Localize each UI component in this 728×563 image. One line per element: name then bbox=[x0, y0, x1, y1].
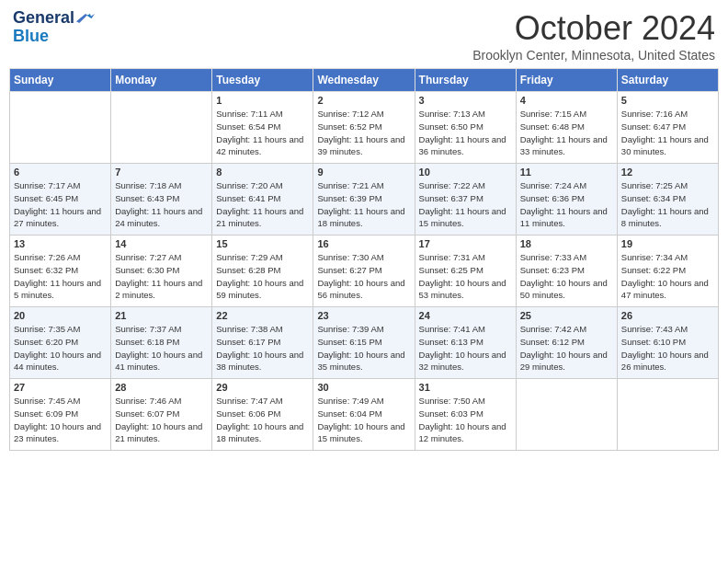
day-number: 13 bbox=[14, 238, 107, 249]
header-day: Friday bbox=[516, 69, 617, 92]
day-number: 14 bbox=[115, 238, 208, 249]
calendar-cell: 25Sunrise: 7:42 AMSunset: 6:12 PMDayligh… bbox=[516, 307, 617, 379]
day-number: 18 bbox=[520, 238, 613, 249]
day-info: Sunrise: 7:46 AMSunset: 6:07 PMDaylight:… bbox=[115, 395, 208, 445]
day-info: Sunrise: 7:37 AMSunset: 6:18 PMDaylight:… bbox=[115, 323, 208, 373]
title-block: October 2024 Brooklyn Center, Minnesota,… bbox=[472, 9, 715, 63]
calendar-week-row: 1Sunrise: 7:11 AMSunset: 6:54 PMDaylight… bbox=[10, 92, 719, 164]
day-number: 27 bbox=[14, 382, 107, 393]
day-info: Sunrise: 7:16 AMSunset: 6:47 PMDaylight:… bbox=[621, 108, 714, 158]
day-number: 21 bbox=[115, 310, 208, 321]
calendar-table: SundayMondayTuesdayWednesdayThursdayFrid… bbox=[9, 68, 719, 451]
header-day: Wednesday bbox=[313, 69, 415, 92]
calendar-cell: 15Sunrise: 7:29 AMSunset: 6:28 PMDayligh… bbox=[212, 236, 313, 307]
day-info: Sunrise: 7:38 AMSunset: 6:17 PMDaylight:… bbox=[216, 323, 309, 373]
day-info: Sunrise: 7:34 AMSunset: 6:22 PMDaylight:… bbox=[621, 251, 714, 302]
day-number: 20 bbox=[14, 310, 107, 321]
calendar-cell: 13Sunrise: 7:26 AMSunset: 6:32 PMDayligh… bbox=[10, 236, 111, 307]
day-number: 10 bbox=[419, 167, 512, 178]
calendar-cell: 31Sunrise: 7:50 AMSunset: 6:03 PMDayligh… bbox=[415, 379, 516, 451]
calendar-cell: 11Sunrise: 7:24 AMSunset: 6:36 PMDayligh… bbox=[516, 164, 617, 236]
day-number: 26 bbox=[621, 310, 714, 321]
day-number: 1 bbox=[216, 95, 309, 106]
calendar-cell: 26Sunrise: 7:43 AMSunset: 6:10 PMDayligh… bbox=[617, 307, 718, 379]
header-day: Monday bbox=[111, 69, 212, 92]
calendar-cell: 4Sunrise: 7:15 AMSunset: 6:48 PMDaylight… bbox=[516, 92, 617, 164]
day-info: Sunrise: 7:39 AMSunset: 6:15 PMDaylight:… bbox=[317, 323, 410, 373]
day-info: Sunrise: 7:30 AMSunset: 6:27 PMDaylight:… bbox=[317, 251, 410, 302]
day-number: 5 bbox=[621, 95, 714, 106]
day-info: Sunrise: 7:43 AMSunset: 6:10 PMDaylight:… bbox=[621, 323, 714, 373]
svg-marker-1 bbox=[87, 14, 92, 18]
day-number: 22 bbox=[216, 310, 309, 321]
header-day: Sunday bbox=[10, 69, 111, 92]
day-info: Sunrise: 7:42 AMSunset: 6:12 PMDaylight:… bbox=[520, 323, 613, 373]
logo-bird-icon bbox=[76, 12, 95, 25]
day-info: Sunrise: 7:27 AMSunset: 6:30 PMDaylight:… bbox=[115, 251, 208, 302]
day-number: 16 bbox=[317, 238, 410, 249]
day-info: Sunrise: 7:21 AMSunset: 6:39 PMDaylight:… bbox=[317, 179, 410, 230]
calendar-cell: 28Sunrise: 7:46 AMSunset: 6:07 PMDayligh… bbox=[111, 379, 212, 451]
logo-blue: Blue bbox=[13, 28, 49, 46]
calendar-cell: 27Sunrise: 7:45 AMSunset: 6:09 PMDayligh… bbox=[10, 379, 111, 451]
calendar-cell: 9Sunrise: 7:21 AMSunset: 6:39 PMDaylight… bbox=[313, 164, 415, 236]
day-info: Sunrise: 7:45 AMSunset: 6:09 PMDaylight:… bbox=[14, 395, 107, 445]
day-number: 6 bbox=[14, 167, 107, 178]
day-number: 9 bbox=[317, 167, 410, 178]
logo-general: General bbox=[13, 9, 74, 28]
day-number: 8 bbox=[216, 167, 309, 178]
calendar-cell: 12Sunrise: 7:25 AMSunset: 6:34 PMDayligh… bbox=[617, 164, 718, 236]
day-number: 17 bbox=[419, 238, 512, 249]
day-info: Sunrise: 7:24 AMSunset: 6:36 PMDaylight:… bbox=[520, 179, 613, 230]
day-info: Sunrise: 7:25 AMSunset: 6:34 PMDaylight:… bbox=[621, 179, 714, 230]
calendar-cell: 20Sunrise: 7:35 AMSunset: 6:20 PMDayligh… bbox=[10, 307, 111, 379]
day-number: 28 bbox=[115, 382, 208, 393]
page-header: General Blue October 2024 Brooklyn Cente… bbox=[9, 9, 719, 63]
svg-marker-0 bbox=[76, 14, 95, 23]
day-info: Sunrise: 7:22 AMSunset: 6:37 PMDaylight:… bbox=[419, 179, 512, 230]
day-info: Sunrise: 7:13 AMSunset: 6:50 PMDaylight:… bbox=[419, 108, 512, 158]
day-number: 24 bbox=[419, 310, 512, 321]
calendar-cell: 21Sunrise: 7:37 AMSunset: 6:18 PMDayligh… bbox=[111, 307, 212, 379]
calendar-cell bbox=[617, 379, 718, 451]
day-info: Sunrise: 7:11 AMSunset: 6:54 PMDaylight:… bbox=[216, 108, 309, 158]
calendar-header: SundayMondayTuesdayWednesdayThursdayFrid… bbox=[10, 69, 719, 92]
month-title: October 2024 bbox=[472, 9, 715, 48]
header-row: SundayMondayTuesdayWednesdayThursdayFrid… bbox=[10, 69, 719, 92]
calendar-cell: 24Sunrise: 7:41 AMSunset: 6:13 PMDayligh… bbox=[415, 307, 516, 379]
day-number: 7 bbox=[115, 167, 208, 178]
day-info: Sunrise: 7:12 AMSunset: 6:52 PMDaylight:… bbox=[317, 108, 410, 158]
calendar-cell: 18Sunrise: 7:33 AMSunset: 6:23 PMDayligh… bbox=[516, 236, 617, 307]
day-info: Sunrise: 7:20 AMSunset: 6:41 PMDaylight:… bbox=[216, 179, 309, 230]
day-info: Sunrise: 7:41 AMSunset: 6:13 PMDaylight:… bbox=[419, 323, 512, 373]
calendar-cell: 1Sunrise: 7:11 AMSunset: 6:54 PMDaylight… bbox=[212, 92, 313, 164]
header-day: Tuesday bbox=[212, 69, 313, 92]
day-number: 30 bbox=[317, 382, 410, 393]
day-number: 4 bbox=[520, 95, 613, 106]
calendar-cell: 17Sunrise: 7:31 AMSunset: 6:25 PMDayligh… bbox=[415, 236, 516, 307]
calendar-cell: 14Sunrise: 7:27 AMSunset: 6:30 PMDayligh… bbox=[111, 236, 212, 307]
location: Brooklyn Center, Minnesota, United State… bbox=[472, 48, 715, 63]
day-number: 12 bbox=[621, 167, 714, 178]
day-number: 11 bbox=[520, 167, 613, 178]
header-day: Saturday bbox=[617, 69, 718, 92]
header-day: Thursday bbox=[415, 69, 516, 92]
calendar-cell bbox=[10, 92, 111, 164]
day-info: Sunrise: 7:29 AMSunset: 6:28 PMDaylight:… bbox=[216, 251, 309, 302]
day-info: Sunrise: 7:18 AMSunset: 6:43 PMDaylight:… bbox=[115, 179, 208, 230]
day-info: Sunrise: 7:50 AMSunset: 6:03 PMDaylight:… bbox=[419, 395, 512, 445]
calendar-cell: 29Sunrise: 7:47 AMSunset: 6:06 PMDayligh… bbox=[212, 379, 313, 451]
calendar-week-row: 27Sunrise: 7:45 AMSunset: 6:09 PMDayligh… bbox=[10, 379, 719, 451]
calendar-cell bbox=[111, 92, 212, 164]
calendar-cell: 7Sunrise: 7:18 AMSunset: 6:43 PMDaylight… bbox=[111, 164, 212, 236]
calendar-cell: 6Sunrise: 7:17 AMSunset: 6:45 PMDaylight… bbox=[10, 164, 111, 236]
calendar-week-row: 20Sunrise: 7:35 AMSunset: 6:20 PMDayligh… bbox=[10, 307, 719, 379]
day-info: Sunrise: 7:26 AMSunset: 6:32 PMDaylight:… bbox=[14, 251, 107, 302]
day-number: 29 bbox=[216, 382, 309, 393]
day-info: Sunrise: 7:33 AMSunset: 6:23 PMDaylight:… bbox=[520, 251, 613, 302]
calendar-cell: 5Sunrise: 7:16 AMSunset: 6:47 PMDaylight… bbox=[617, 92, 718, 164]
logo: General Blue bbox=[13, 9, 95, 46]
day-number: 3 bbox=[419, 95, 512, 106]
calendar-cell: 22Sunrise: 7:38 AMSunset: 6:17 PMDayligh… bbox=[212, 307, 313, 379]
calendar-cell: 23Sunrise: 7:39 AMSunset: 6:15 PMDayligh… bbox=[313, 307, 415, 379]
